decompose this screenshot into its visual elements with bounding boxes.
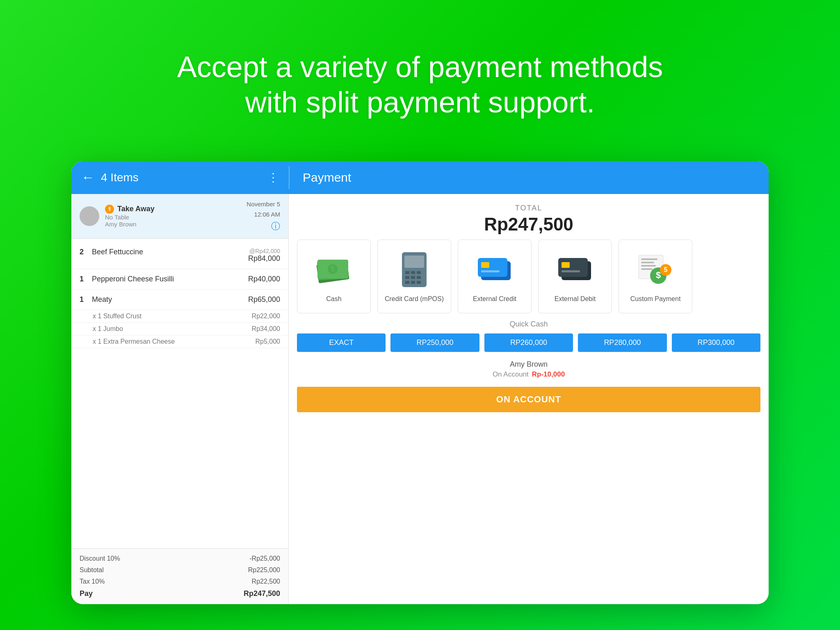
svg-rect-26 (641, 262, 654, 263)
order-item: 2 Beef Fettuccine @Rp42,000 Rp84,000 (71, 242, 288, 269)
svg-text:5: 5 (664, 266, 668, 273)
order-panel: ⇧ Take Away No Table Amy Brown November … (71, 194, 289, 604)
headline-line1: Accept a variety of payment methods (177, 49, 663, 84)
svg-rect-18 (481, 262, 489, 268)
svg-rect-28 (641, 268, 653, 270)
quick-cash-250000[interactable]: RP250,000 (390, 333, 479, 352)
svg-rect-27 (641, 265, 656, 267)
tax-label: Tax 10% (80, 578, 105, 585)
svg-rect-6 (404, 256, 424, 268)
headline: Accept a variety of payment methods with… (177, 25, 663, 141)
discount-label: Discount 10% (80, 555, 120, 562)
subtotal-value: Rp225,000 (248, 566, 280, 574)
external-debit-icon (557, 256, 593, 285)
subtotal-label: Subtotal (80, 566, 104, 574)
order-date: November 5 (247, 200, 280, 208)
item-modifier: x 1 Jumbo Rp34,000 (71, 323, 288, 336)
quick-cash-section: Quick Cash EXACT RP250,000 RP260,000 RP2… (289, 313, 769, 355)
info-icon[interactable]: ⓘ (271, 220, 280, 233)
order-items-list: 2 Beef Fettuccine @Rp42,000 Rp84,000 1 P… (71, 239, 288, 548)
payment-method-ext-debit[interactable]: External Debit (538, 240, 612, 313)
payment-title: Payment (303, 171, 351, 185)
svg-text:$: $ (656, 270, 661, 280)
ext-credit-label: External Credit (473, 295, 516, 303)
device-frame: ← 4 Items ⋮ Payment ⇧ Take Away No Table (71, 161, 769, 604)
takeaway-badge: ⇧ (105, 205, 114, 214)
svg-rect-8 (411, 271, 415, 274)
cash-label: Cash (326, 295, 341, 303)
custom-payment-icon: $ 5 (637, 254, 674, 287)
svg-rect-22 (562, 262, 570, 268)
total-section: TOTAL Rp247,500 (289, 194, 769, 240)
account-section: Amy Brown On Account Rp-10,000 (289, 355, 769, 383)
svg-rect-15 (417, 281, 421, 284)
svg-rect-19 (481, 270, 500, 272)
cash-icon: $ (315, 256, 352, 285)
svg-rect-12 (417, 276, 421, 279)
svg-rect-25 (641, 258, 657, 260)
mpos-icon (398, 252, 431, 289)
svg-rect-23 (562, 270, 580, 272)
quick-cash-label: Quick Cash (297, 320, 760, 329)
pay-label: Pay (80, 589, 93, 598)
order-item: 1 Meaty Rp65,000 (71, 290, 288, 310)
custom-payment-label: Custom Payment (630, 295, 681, 303)
payment-method-ext-credit[interactable]: External Credit (458, 240, 532, 313)
quick-cash-300000[interactable]: RP300,000 (672, 333, 760, 352)
pay-value: Rp247,500 (244, 589, 280, 598)
app-header: ← 4 Items ⋮ Payment (71, 161, 769, 194)
item-modifier: x 1 Extra Permesan Cheese Rp5,000 (71, 336, 288, 348)
order-totals: Discount 10% -Rp25,000 Subtotal Rp225,00… (71, 548, 288, 604)
order-info-bar: ⇧ Take Away No Table Amy Brown November … (71, 194, 288, 239)
order-time: 12:06 AM (254, 210, 280, 219)
quick-cash-exact[interactable]: EXACT (297, 333, 386, 352)
tax-value: Rp22,500 (252, 578, 280, 585)
svg-rect-14 (411, 281, 415, 284)
items-count: 4 Items (101, 171, 261, 184)
payment-method-cash[interactable]: $ Cash (297, 240, 371, 313)
ext-debit-label: External Debit (555, 295, 596, 303)
total-amount: Rp247,500 (289, 214, 769, 235)
order-item: 1 Pepperoni Cheese Fusilli Rp40,000 (71, 269, 288, 290)
order-type: Take Away (117, 205, 155, 213)
total-label: TOTAL (289, 204, 769, 212)
svg-rect-10 (405, 276, 409, 279)
quick-cash-280000[interactable]: RP280,000 (578, 333, 667, 352)
headline-line2: with split payment support. (177, 84, 663, 120)
payment-method-custom[interactable]: $ 5 Custom Payment (619, 240, 692, 313)
discount-value: -Rp25,000 (249, 555, 280, 562)
svg-rect-7 (405, 271, 409, 274)
item-modifier: x 1 Stuffed Crust Rp22,000 (71, 310, 288, 323)
svg-rect-9 (417, 271, 421, 274)
back-button[interactable]: ← (81, 170, 94, 185)
order-table: No Table (105, 214, 241, 221)
account-name: Amy Brown (297, 360, 760, 369)
svg-text:$: $ (331, 265, 335, 272)
payment-panel: TOTAL Rp247,500 $ (289, 194, 769, 604)
avatar (80, 206, 99, 226)
order-staff: Amy Brown (105, 221, 241, 228)
svg-rect-13 (405, 281, 409, 284)
menu-icon[interactable]: ⋮ (267, 171, 279, 184)
external-credit-icon (476, 256, 513, 285)
account-balance: Rp-10,000 (532, 370, 565, 379)
on-account-button[interactable]: ON ACCOUNT (297, 387, 760, 412)
on-account-label: On Account (493, 370, 529, 379)
mpos-label: Credit Card (mPOS) (385, 295, 444, 303)
quick-cash-260000[interactable]: RP260,000 (484, 333, 573, 352)
svg-rect-11 (411, 276, 415, 279)
payment-methods-grid: $ Cash (289, 240, 769, 313)
payment-method-mpos[interactable]: Credit Card (mPOS) (377, 240, 451, 313)
